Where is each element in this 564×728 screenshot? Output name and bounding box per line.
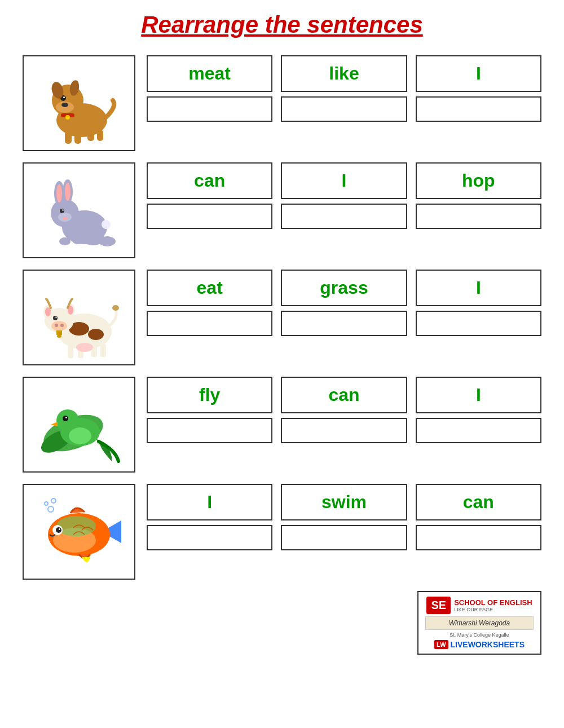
- svg-point-48: [76, 343, 93, 352]
- answer-row-rabbit: [147, 204, 541, 229]
- svg-point-49: [112, 305, 119, 311]
- liveworksheets-line: LW LIVEWORKSHEETS: [434, 640, 525, 649]
- word-row-cow: eat grass I: [147, 270, 541, 306]
- svg-point-58: [45, 502, 48, 505]
- answer-bird-0[interactable]: [147, 418, 272, 443]
- answer-fish-0[interactable]: [147, 525, 272, 550]
- answer-bird-1[interactable]: [281, 418, 407, 443]
- answer-row-fish: [147, 525, 541, 550]
- answer-rabbit-2[interactable]: [416, 204, 541, 229]
- svg-point-19: [65, 183, 70, 201]
- svg-rect-44: [68, 346, 73, 358]
- answer-dog-2[interactable]: [416, 96, 541, 122]
- svg-point-28: [99, 236, 116, 246]
- answer-cow-1[interactable]: [281, 311, 407, 336]
- svg-rect-47: [100, 344, 106, 357]
- word-row-rabbit: can I hop: [147, 162, 541, 199]
- word-cow-1: grass: [281, 270, 407, 306]
- svg-point-3: [61, 103, 68, 107]
- svg-point-39: [55, 324, 58, 327]
- answer-rabbit-1[interactable]: [281, 204, 407, 229]
- answer-row-dog: [147, 96, 541, 122]
- words-dog: meat like I: [147, 55, 541, 126]
- word-bird-0: fly: [147, 377, 272, 413]
- svg-point-32: [88, 329, 104, 340]
- answer-cow-0[interactable]: [147, 311, 272, 336]
- svg-rect-10: [65, 131, 72, 144]
- svg-point-17: [56, 184, 62, 202]
- teacher-name: Wimarshi Weragoda: [449, 619, 510, 627]
- word-bird-2: I: [416, 377, 541, 413]
- like-our-page: LIKE OUR PAGE: [454, 607, 532, 612]
- words-bird: fly can I: [147, 377, 541, 448]
- svg-point-41: [53, 316, 58, 320]
- svg-point-21: [62, 209, 63, 210]
- svg-point-5: [63, 96, 65, 98]
- se-badge: SE: [426, 597, 451, 614]
- word-rabbit-0: can: [147, 162, 272, 199]
- word-row-dog: meat like I: [147, 55, 541, 92]
- page-title: Rearrange the sentences: [23, 11, 541, 38]
- svg-rect-11: [74, 133, 81, 144]
- svg-point-55: [65, 417, 67, 418]
- word-cow-0: eat: [147, 270, 272, 306]
- school-name: SCHOOL OF ENGLISH: [454, 598, 532, 607]
- word-rabbit-1: I: [281, 162, 407, 199]
- svg-point-64: [56, 527, 61, 533]
- teacher-name-box: Wimarshi Weragoda: [425, 616, 534, 630]
- svg-point-40: [60, 324, 64, 327]
- animal-fish: [23, 484, 135, 580]
- word-cow-2: I: [416, 270, 541, 306]
- words-fish: I swim can: [147, 484, 541, 555]
- row-dog: meat like I: [23, 55, 541, 151]
- answer-fish-1[interactable]: [281, 525, 407, 550]
- answer-row-cow: [147, 311, 541, 336]
- row-bird: fly can I: [23, 377, 541, 473]
- answer-rabbit-0[interactable]: [147, 204, 272, 229]
- svg-point-9: [65, 115, 70, 120]
- animal-rabbit: [23, 162, 135, 258]
- word-fish-2: can: [416, 484, 541, 520]
- college-label: St. Mary's College Kegalle: [450, 632, 509, 638]
- answer-dog-0[interactable]: [147, 96, 272, 122]
- footer: SE SCHOOL OF ENGLISH LIKE OUR PAGE Wimar…: [23, 591, 541, 655]
- word-dog-2: I: [416, 55, 541, 92]
- row-fish: I swim can: [23, 484, 541, 580]
- svg-point-59: [51, 498, 56, 503]
- answer-fish-2[interactable]: [416, 525, 541, 550]
- svg-point-57: [48, 506, 54, 512]
- logo-box: SE SCHOOL OF ENGLISH LIKE OUR PAGE Wimar…: [417, 591, 541, 655]
- svg-point-56: [69, 427, 91, 444]
- word-row-bird: fly can I: [147, 377, 541, 413]
- word-row-fish: I swim can: [147, 484, 541, 520]
- liveworksheets-label: LIVEWORKSHEETS: [451, 640, 525, 649]
- animal-cow: [23, 270, 135, 365]
- svg-rect-13: [97, 130, 103, 141]
- answer-row-bird: [147, 418, 541, 443]
- word-dog-1: like: [281, 55, 407, 92]
- svg-point-38: [51, 321, 67, 331]
- words-rabbit: can I hop: [147, 162, 541, 233]
- word-rabbit-2: hop: [416, 162, 541, 199]
- svg-point-43: [57, 334, 61, 338]
- svg-point-65: [59, 528, 60, 530]
- word-fish-1: swim: [281, 484, 407, 520]
- answer-dog-1[interactable]: [281, 96, 407, 122]
- svg-point-20: [60, 209, 64, 213]
- svg-rect-12: [87, 129, 94, 141]
- word-fish-0: I: [147, 484, 272, 520]
- word-bird-1: can: [281, 377, 407, 413]
- answer-cow-2[interactable]: [416, 311, 541, 336]
- svg-rect-46: [91, 343, 97, 357]
- svg-point-42: [55, 316, 56, 317]
- row-cow: eat grass I: [23, 270, 541, 365]
- svg-point-54: [63, 416, 68, 421]
- svg-point-24: [63, 217, 67, 220]
- animal-dog: [23, 55, 135, 151]
- svg-point-35: [45, 307, 51, 316]
- word-dog-0: meat: [147, 55, 272, 92]
- lw-badge: LW: [434, 640, 448, 649]
- row-rabbit: can I hop: [23, 162, 541, 258]
- svg-point-26: [72, 236, 83, 244]
- answer-bird-2[interactable]: [416, 418, 541, 443]
